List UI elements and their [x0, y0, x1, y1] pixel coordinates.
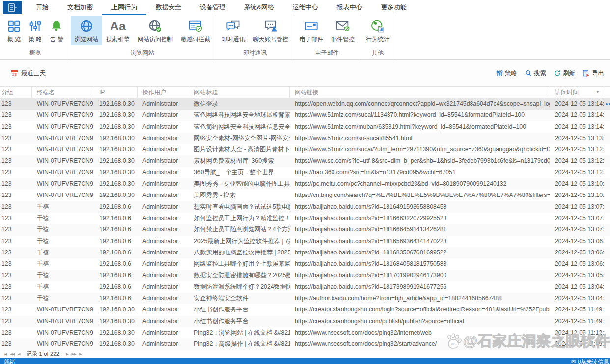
tab-device-management[interactable]: 设备管理: [191, 0, 235, 15]
table-row[interactable]: 123 WIN-07UFVRE7CN9 192.168.0.30 Adminis…: [0, 304, 610, 315]
cell-user: Administrator: [138, 167, 189, 178]
prev-page-button[interactable]: ◀: [18, 352, 20, 356]
cell-user: Administrator: [138, 293, 189, 304]
app-menu-button[interactable]: [3, 1, 22, 14]
table-row[interactable]: 123 千禧 192.168.0.6 Administrator 如何监控员工上…: [0, 213, 610, 224]
tab-system-network[interactable]: 系统&网络: [235, 0, 283, 15]
cell-time: 2024-12-05 13:12:19: [550, 167, 604, 178]
table-row[interactable]: 123 千禧 192.168.0.6 Administrator 安企神终端安全…: [0, 293, 610, 304]
tab-report-center[interactable]: 报表中心: [328, 0, 372, 15]
cell-group: 123: [0, 236, 32, 247]
globe-stats-icon: [370, 17, 385, 35]
refresh-action-button[interactable]: 刷新: [554, 69, 575, 78]
website-access-control-button[interactable]: 网站访问控制: [134, 16, 177, 45]
last-page-button[interactable]: ▶|: [79, 352, 82, 356]
table-row[interactable]: 123 WIN-07UFVRE7CN9 192.168.0.30 Adminis…: [0, 133, 610, 144]
cell-group: 123: [0, 133, 32, 144]
behavior-stats-button[interactable]: 行为统计: [362, 16, 393, 45]
table-row[interactable]: 123 WIN-07UFVRE7CN9 192.168.0.30 Adminis…: [0, 155, 610, 167]
cell-spacer: [604, 316, 610, 327]
cell-user: Administrator: [138, 327, 189, 338]
tab-data-security[interactable]: 数据安全: [146, 0, 191, 15]
col-header-user[interactable]: 操作用户: [138, 87, 189, 98]
cell-spacer: [604, 224, 610, 235]
cell-ip: 192.168.0.6: [94, 247, 138, 258]
table-row[interactable]: 123 WIN-07UFVRE7CN9 192.168.0.30 Adminis…: [0, 98, 610, 110]
unread-messages[interactable]: ✉ 0条未读信息: [571, 358, 609, 364]
col-header-time[interactable]: 访问时间 ▼: [550, 87, 604, 98]
policy-button[interactable]: 策 略: [25, 16, 46, 45]
export-action-button[interactable]: 导出: [583, 69, 604, 78]
cell-terminal: WIN-07UFVRE7CN9: [32, 190, 94, 201]
table-row[interactable]: 123 千禧 192.168.0.6 Administrator 想实时查看电脑…: [0, 201, 610, 213]
globe-check-icon: [148, 17, 162, 35]
chat-account-control-label: 聊天账号管控: [253, 35, 288, 44]
col-header-group[interactable]: 分组: [0, 87, 32, 98]
email-button[interactable]: 电子邮件: [296, 16, 327, 45]
cell-spacer: [604, 144, 610, 155]
table-row[interactable]: 123 WIN-07UFVRE7CN9 192.168.0.30 Adminis…: [0, 338, 610, 350]
cell-url: https://www.nsecsoft.com/docs/ping32/int…: [290, 327, 550, 338]
alert-button[interactable]: 告 警: [46, 16, 67, 45]
cell-group: 123: [0, 144, 32, 155]
sensitive-word-block-button[interactable]: 敏感词拦截: [177, 16, 214, 45]
cell-spacer: [604, 304, 610, 315]
overview-button[interactable]: 概 览: [3, 16, 25, 45]
cell-title: 数据安全防泄密措施有哪些？2025数据防...: [189, 270, 290, 281]
col-header-ip[interactable]: IP: [94, 87, 138, 98]
table-row[interactable]: 123 千禧 192.168.0.6 Administrator 八款实用的电脑…: [0, 247, 610, 258]
first-page-button[interactable]: |◀: [4, 352, 6, 356]
cell-ip: 192.168.0.30: [94, 338, 138, 350]
table-row[interactable]: 123 WIN-07UFVRE7CN9 192.168.0.30 Adminis…: [0, 316, 610, 327]
search-engine-button[interactable]: Aa 搜索引擎: [102, 16, 134, 45]
refresh-icon: [554, 70, 561, 77]
date-range-filter[interactable]: 23 最近三天: [11, 69, 46, 78]
table-row[interactable]: 123 千禧 192.168.0.6 Administrator 2025最新上…: [0, 236, 610, 247]
table-row[interactable]: 123 WIN-07UFVRE7CN9 192.168.0.30 Adminis…: [0, 110, 610, 121]
table-row[interactable]: 123 WIN-07UFVRE7CN9 192.168.0.30 Adminis…: [0, 178, 610, 190]
col-header-url[interactable]: 网站链接: [290, 87, 550, 98]
tab-start[interactable]: 开始: [27, 0, 58, 15]
chat-account-control-button[interactable]: 聊天账号管控: [249, 16, 292, 45]
table-row[interactable]: 123 千禧 192.168.0.6 Administrator 网络监控工具哪…: [0, 258, 610, 270]
table-row[interactable]: 123 千禧 192.168.0.6 Administrator 如何禁止员工随…: [0, 224, 610, 235]
sliders-icon: [29, 17, 42, 35]
next-page-button[interactable]: ▶: [66, 352, 68, 356]
tab-internet-behavior[interactable]: 上网行为: [102, 0, 146, 15]
table-row[interactable]: 123 WIN-07UFVRE7CN9 192.168.0.30 Adminis…: [0, 144, 610, 155]
table-row[interactable]: 123 WIN-07UFVRE7CN9 192.168.0.30 Adminis…: [0, 167, 610, 178]
ribbon-group-overview: 概 览 策 略 告 警 概览: [2, 15, 69, 59]
cell-title: 小红书创作服务平台: [189, 304, 290, 315]
cell-time: 2024-12-05 13:06:34: [550, 247, 604, 258]
table-row[interactable]: 123 千禧 192.168.0.6 Administrator 数据防泄漏系统…: [0, 281, 610, 293]
cell-terminal: WIN-07UFVRE7CN9: [32, 327, 94, 338]
table-row[interactable]: 123 WIN-07UFVRE7CN9 192.168.0.30 Adminis…: [0, 327, 610, 338]
table-row[interactable]: 123 千禧 192.168.0.6 Administrator 数据安全防泄密…: [0, 270, 610, 281]
browse-website-button[interactable]: 浏览网站: [71, 16, 102, 45]
tab-ops-center[interactable]: 运维中心: [283, 0, 328, 15]
policy-button-label: 策 略: [28, 35, 42, 44]
fast-next-button[interactable]: ▶▶: [72, 352, 76, 356]
mail-control-button[interactable]: 邮件管控: [327, 16, 359, 45]
table-row[interactable]: 123 WIN-07UFVRE7CN9 192.168.0.30 Adminis…: [0, 190, 610, 201]
ribbon-group-browse: 浏览网站 Aa 搜索引擎 网站访问控制: [69, 15, 216, 59]
cell-time: 2024-12-05 13:10:15: [550, 178, 604, 190]
table-body: 123 WIN-07UFVRE7CN9 192.168.0.30 Adminis…: [0, 98, 610, 350]
cell-group: 123: [0, 316, 32, 327]
cell-time: 2024-12-05 13:05:43: [550, 270, 604, 281]
table-row[interactable]: 123 WIN-07UFVRE7CN9 192.168.0.30 Adminis…: [0, 121, 610, 133]
time-filter-dropdown-icon[interactable]: ▼: [596, 87, 600, 98]
cell-url: https://baijiahao.baidu.com/s?id=1816840…: [290, 258, 550, 270]
ribbon-group-label: 即时通讯: [218, 47, 292, 59]
cell-time: 2024-12-05 13:06:52: [550, 236, 604, 247]
tab-more-features[interactable]: 更多功能: [372, 0, 416, 15]
policy-action-button[interactable]: 策略: [496, 69, 517, 78]
fast-prev-button[interactable]: ◀◀: [10, 352, 14, 356]
cell-spacer: [604, 293, 610, 304]
tab-doc-encryption[interactable]: 文档加密: [58, 0, 102, 15]
export-icon: [583, 70, 590, 77]
instant-message-button[interactable]: 即时通讯: [218, 16, 249, 45]
col-header-terminal[interactable]: 终端名: [32, 87, 94, 98]
search-action-button[interactable]: 搜索: [525, 69, 546, 78]
col-header-title[interactable]: 网站标题: [189, 87, 290, 98]
